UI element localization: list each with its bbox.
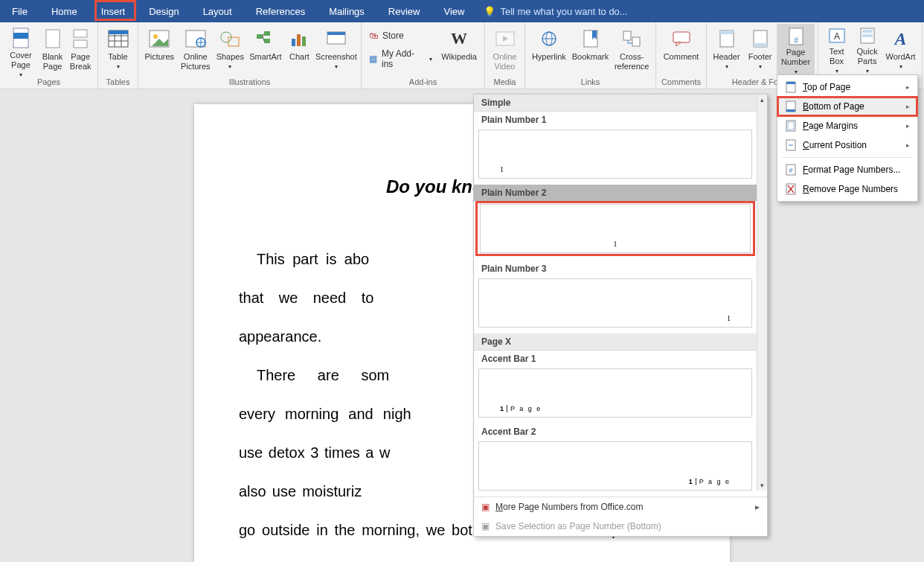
hyperlink-button[interactable]: Hyperlink <box>528 24 570 74</box>
cover-page-button[interactable]: Cover Page▾ <box>3 24 39 74</box>
footer-button[interactable]: Footer▾ <box>743 24 777 74</box>
table-button[interactable]: Table▾ <box>101 24 135 74</box>
gallery-plain-number-3[interactable]: Plain Number 3 1 <box>474 261 757 328</box>
tab-home[interactable]: Home <box>39 0 89 22</box>
blank-page-button[interactable]: Blank Page <box>39 24 67 74</box>
submenu-bottom-of-page[interactable]: Bottom of Page ▸ <box>777 97 917 116</box>
tab-layout[interactable]: Layout <box>191 0 244 22</box>
wikipedia-button[interactable]: W Wikipedia <box>437 24 481 74</box>
chevron-right-icon: ▸ <box>755 502 760 512</box>
addins-icon: ▦ <box>369 54 377 64</box>
screenshot-button[interactable]: Screenshot▾ <box>315 24 358 74</box>
format-numbers-icon: # <box>785 164 797 176</box>
store-icon: 🛍 <box>369 31 378 41</box>
preview-accent-2: 1P a g e <box>478 441 752 491</box>
svg-rect-17 <box>228 37 239 46</box>
svg-rect-24 <box>297 34 301 46</box>
text-box-button[interactable]: A Text Box▾ <box>821 24 852 74</box>
more-page-numbers-link[interactable]: ▣ More Page Numbers from Office.com ▸ <box>474 497 767 517</box>
group-label-addins: Add-ins <box>362 76 484 89</box>
scroll-up-icon[interactable]: ▴ <box>759 95 766 105</box>
tab-insert[interactable]: Insert <box>89 0 138 22</box>
my-addins-button[interactable]: ▦ My Add-ins▾ <box>365 46 437 71</box>
page-number-button[interactable]: # Page Number▾ <box>777 24 815 74</box>
svg-rect-27 <box>327 32 345 35</box>
online-pictures-button[interactable]: Online Pictures <box>178 24 214 74</box>
blank-page-icon <box>41 27 65 51</box>
svg-rect-1 <box>13 33 28 39</box>
cover-page-icon <box>9 27 33 49</box>
smartart-button[interactable]: SmartArt <box>247 24 284 74</box>
quick-parts-button[interactable]: Quick Parts▾ <box>852 24 882 74</box>
footer-icon <box>748 27 772 51</box>
text-box-icon: A <box>825 27 849 45</box>
svg-rect-3 <box>74 30 87 37</box>
header-icon <box>715 27 739 51</box>
current-position-icon <box>785 139 797 151</box>
tab-file[interactable]: File <box>0 0 39 22</box>
office-icon: ▣ <box>481 502 490 512</box>
preview-plain-3: 1 <box>478 278 752 328</box>
chevron-right-icon: ▸ <box>906 103 910 110</box>
gallery-scrollbar[interactable]: ▴ ▾ <box>757 95 767 491</box>
scroll-down-icon[interactable]: ▾ <box>759 480 766 491</box>
gallery-plain-number-1[interactable]: Plain Number 1 1 <box>474 112 757 179</box>
bookmark-button[interactable]: Bookmark <box>570 24 612 74</box>
svg-rect-37 <box>673 32 690 42</box>
chart-icon <box>287 27 311 51</box>
online-video-button[interactable]: Online Video <box>488 24 522 74</box>
page-number-submenu: Top of Page ▸ Bottom of Page ▸ Page Marg… <box>777 74 918 202</box>
store-button[interactable]: 🛍 Store <box>365 28 437 43</box>
preview-accent-1: 1P a g e <box>478 368 752 418</box>
page-break-icon <box>68 27 92 51</box>
tell-me-search[interactable]: 💡 Tell me what you want to do... <box>476 0 924 22</box>
video-icon <box>493 27 517 51</box>
tab-mailings[interactable]: Mailings <box>317 0 376 22</box>
submenu-top-of-page[interactable]: Top of Page ▸ <box>777 77 917 97</box>
comment-button[interactable]: Comment <box>659 24 703 74</box>
shapes-button[interactable]: Shapes▾ <box>214 24 247 74</box>
tab-references[interactable]: References <box>244 0 317 22</box>
svg-rect-18 <box>257 34 263 39</box>
submenu-remove-numbers[interactable]: Remove Page Numbers <box>777 179 917 199</box>
pictures-icon <box>147 27 171 51</box>
gallery-section-simple: Simple <box>474 95 757 112</box>
tab-design[interactable]: Design <box>137 0 190 22</box>
chevron-right-icon: ▸ <box>906 141 910 149</box>
submenu-current-position[interactable]: Current Position ▸ <box>777 135 917 155</box>
save-selection-icon: ▣ <box>481 521 490 531</box>
svg-rect-25 <box>302 36 306 46</box>
tab-review[interactable]: Review <box>376 0 432 22</box>
tab-view[interactable]: View <box>431 0 476 22</box>
gallery-accent-bar-2[interactable]: Accent Bar 2 1P a g e <box>474 424 757 491</box>
wordart-button[interactable]: A WordArt▾ <box>882 24 919 74</box>
svg-rect-49 <box>862 34 873 37</box>
svg-rect-10 <box>109 31 128 34</box>
chevron-right-icon: ▸ <box>906 83 910 91</box>
svg-rect-35 <box>623 31 631 40</box>
svg-rect-51 <box>786 82 795 84</box>
group-label-tables: Tables <box>98 76 138 89</box>
group-label-media: Media <box>485 76 524 89</box>
gallery-plain-number-2[interactable]: Plain Number 2 1 <box>474 185 757 256</box>
header-button[interactable]: Header▾ <box>710 24 743 74</box>
page-break-button[interactable]: Page Break <box>66 24 94 74</box>
group-label-links: Links <box>525 76 655 89</box>
bottom-page-icon <box>785 100 797 112</box>
lightbulb-icon: 💡 <box>484 6 495 17</box>
submenu-page-margins[interactable]: Page Margins ▸ <box>777 116 917 135</box>
tell-me-placeholder: Tell me what you want to do... <box>500 6 627 17</box>
gallery-section-pagex: Page X <box>474 333 757 351</box>
chart-button[interactable]: Chart <box>284 24 315 74</box>
pictures-button[interactable]: Pictures <box>141 24 178 74</box>
svg-rect-2 <box>46 30 60 48</box>
svg-rect-48 <box>862 30 873 33</box>
group-label-pages: Pages <box>0 76 97 89</box>
svg-rect-40 <box>720 31 734 34</box>
cross-reference-button[interactable]: Cross-reference <box>611 24 652 74</box>
cross-reference-icon <box>620 27 644 51</box>
gallery-accent-bar-1[interactable]: Accent Bar 1 1P a g e <box>474 351 757 418</box>
online-pictures-icon <box>184 27 208 51</box>
svg-point-12 <box>153 34 158 39</box>
submenu-format-numbers[interactable]: # Format Page Numbers... <box>777 160 917 179</box>
